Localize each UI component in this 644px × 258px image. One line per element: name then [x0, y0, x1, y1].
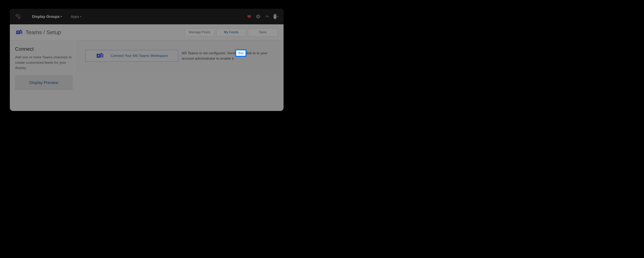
svg-line-3 [267, 16, 268, 17]
svg-text:T: T [98, 55, 100, 58]
svg-point-5 [20, 30, 21, 31]
dashboard-gauge-icon[interactable] [264, 14, 270, 19]
sidebar-description: Add one or more Teams channels to create… [15, 55, 72, 71]
chevron-down-icon: ▾ [278, 15, 278, 18]
svg-rect-12 [101, 55, 104, 58]
sidebar: Connect Add one or more Teams channels t… [10, 40, 77, 96]
nav-display-groups[interactable]: Display Groups ▾ [32, 15, 62, 19]
main-content: Connect Add one or more Teams channels t… [10, 40, 284, 96]
user-avatar[interactable]: ▾ [274, 14, 278, 19]
help-icon[interactable]: ? [256, 14, 260, 19]
nav-items: Display Groups ▾ Apps ▾ [32, 15, 81, 19]
svg-point-2 [19, 15, 20, 16]
my-feeds-button[interactable]: My Feeds [216, 28, 246, 37]
nav-apps-label: Apps [71, 15, 79, 19]
chevron-down-icon: ▾ [80, 15, 81, 18]
svg-rect-7 [20, 32, 22, 34]
avatar-icon [273, 14, 277, 19]
connect-teams-button[interactable]: T Connect Your MS Teams Workspace [86, 50, 178, 62]
sidebar-title: Connect [15, 46, 72, 52]
page-title: T Teams / Setup [16, 29, 61, 36]
status-before: MS Teams is not configured. Send [182, 51, 236, 55]
svg-text:T: T [17, 31, 19, 34]
display-preview-label: Display Preview [29, 80, 58, 85]
connect-card: T Connect Your MS Teams Workspace MS Tea… [77, 40, 284, 71]
header-actions: Manage Posts My Feeds Save [184, 28, 278, 37]
heart-icon[interactable] [247, 14, 252, 19]
save-label: Save [259, 30, 266, 34]
nav-display-groups-label: Display Groups [32, 15, 60, 19]
app-logo-icon[interactable] [15, 14, 21, 20]
chevron-down-icon: ▾ [61, 15, 62, 18]
app-window: Display Groups ▾ Apps ▾ ? [10, 9, 284, 111]
page-header: T Teams / Setup Manage Posts My Feeds Sa… [10, 24, 284, 40]
svg-point-0 [16, 15, 18, 16]
status-text: MS Teams is not configured. Send this li… [182, 50, 275, 61]
nav-right: ? ▾ [247, 14, 278, 19]
nav-apps[interactable]: Apps ▾ [71, 15, 82, 19]
svg-point-1 [18, 17, 20, 19]
top-nav: Display Groups ▾ Apps ▾ ? [10, 9, 284, 24]
teams-icon: T [96, 52, 104, 60]
svg-point-4 [274, 16, 276, 17]
my-feeds-label: My Feeds [224, 30, 238, 34]
teams-icon: T [16, 29, 23, 36]
manage-posts-label: Manage Posts [189, 30, 210, 34]
page-title-text: Teams / Setup [26, 29, 61, 36]
svg-point-10 [101, 53, 102, 55]
connect-teams-label: Connect Your MS Teams Workspace [111, 54, 168, 58]
display-preview-button[interactable]: Display Preview [15, 76, 72, 90]
save-button[interactable]: Save [248, 28, 278, 37]
manage-posts-button[interactable]: Manage Posts [184, 28, 214, 37]
this-link[interactable]: this [236, 50, 246, 56]
